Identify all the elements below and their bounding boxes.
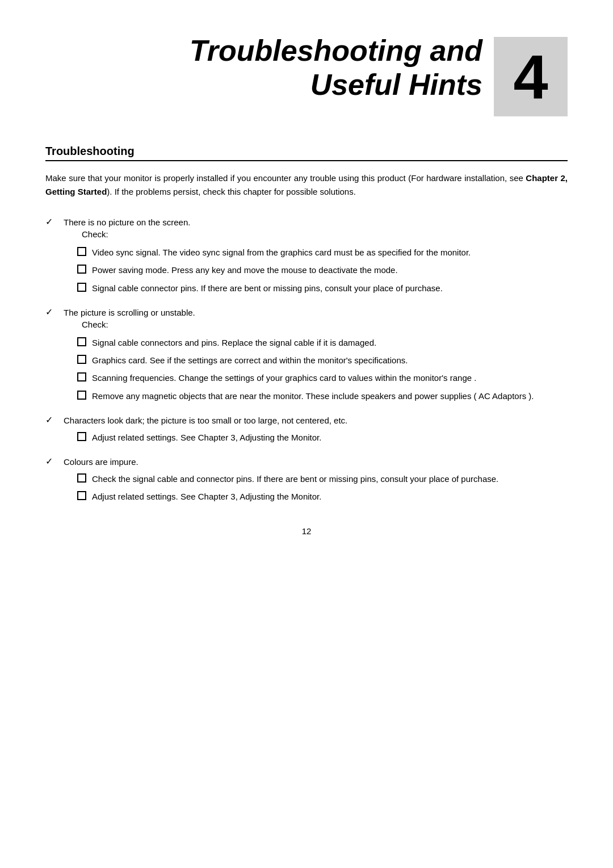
checkmark-icon-3: ✓ (45, 414, 58, 425)
checkbox-icon-1-2 (77, 265, 86, 274)
checklist-item-4: ✓ Colours are impure. Check the signal c… (45, 455, 568, 504)
checkmark-icon-1: ✓ (45, 216, 58, 227)
checkbox-icon-3-1 (77, 432, 86, 441)
sub-item-1-2: Power saving mode. Press any key and mov… (77, 263, 568, 276)
chapter-title: Troubleshooting and Useful Hints (45, 34, 482, 102)
check-header-1: Check: (82, 229, 190, 239)
checkbox-icon-2-2 (77, 355, 86, 364)
sub-items-1: Video sync signal. The video sync signal… (77, 246, 568, 295)
checkbox-icon-1-1 (77, 247, 86, 256)
sub-item-text-4-2: Adjust related settings. See Chapter 3, … (92, 490, 321, 503)
sub-item-2-2: Graphics card. See if the settings are c… (77, 354, 568, 367)
checkbox-icon-2-4 (77, 391, 86, 400)
sub-item-2-3: Scanning frequencies. Change the setting… (77, 371, 568, 384)
checkmark-icon-4: ✓ (45, 456, 58, 467)
checkbox-icon-2-1 (77, 337, 86, 346)
checklist-item-1: ✓ There is no picture on the screen. Che… (45, 216, 568, 295)
sub-item-text-2-2: Graphics card. See if the settings are c… (92, 354, 408, 367)
checkbox-icon-4-2 (77, 491, 86, 500)
chapter-number: 4 (513, 45, 548, 108)
sub-item-text-1-1: Video sync signal. The video sync signal… (92, 246, 471, 259)
check-label-2: The picture is scrolling or unstable. (64, 308, 195, 317)
sub-item-4-2: Adjust related settings. See Chapter 3, … (77, 490, 568, 503)
sub-items-3: Adjust related settings. See Chapter 3, … (77, 431, 568, 444)
intro-text-start: Make sure that your monitor is properly … (45, 173, 526, 183)
check-item-2: ✓ The picture is scrolling or unstable. … (45, 306, 568, 333)
checklist-item-2: ✓ The picture is scrolling or unstable. … (45, 306, 568, 402)
page-number: 12 (45, 526, 568, 536)
sub-item-2-1: Signal cable connectors and pins. Replac… (77, 336, 568, 349)
checkmark-icon-2: ✓ (45, 307, 58, 317)
title-line1: Troubleshooting and (190, 34, 482, 67)
sub-items-4: Check the signal cable and connector pin… (77, 472, 568, 504)
sub-item-text-2-4: Remove any magnetic objects that are nea… (92, 389, 534, 402)
sub-item-text-2-3: Scanning frequencies. Change the setting… (92, 371, 476, 384)
sub-items-2: Signal cable connectors and pins. Replac… (77, 336, 568, 402)
section-heading: Troubleshooting (45, 145, 568, 161)
sub-item-2-4: Remove any magnetic objects that are nea… (77, 389, 568, 402)
intro-text-end: ). If the problems persist, check this c… (107, 187, 356, 196)
sub-item-3-1: Adjust related settings. See Chapter 3, … (77, 431, 568, 444)
check-label-3: Characters look dark; the picture is too… (64, 414, 347, 427)
checklist-item-3: ✓ Characters look dark; the picture is t… (45, 414, 568, 444)
intro-paragraph: Make sure that your monitor is properly … (45, 171, 568, 199)
checkbox-icon-2-3 (77, 372, 86, 381)
check-item-4: ✓ Colours are impure. (45, 455, 568, 469)
sub-item-text-2-1: Signal cable connectors and pins. Replac… (92, 336, 376, 349)
sub-item-text-4-1: Check the signal cable and connector pin… (92, 472, 498, 485)
check-header-2: Check: (82, 320, 195, 329)
checkbox-icon-1-3 (77, 283, 86, 292)
checkbox-icon-4-1 (77, 473, 86, 483)
sub-item-1-3: Signal cable connector pins. If there ar… (77, 282, 568, 295)
check-item-3: ✓ Characters look dark; the picture is t… (45, 414, 568, 427)
check-label-4: Colours are impure. (64, 455, 138, 469)
sub-item-1-1: Video sync signal. The video sync signal… (77, 246, 568, 259)
chapter-number-box: 4 (494, 37, 568, 116)
page-header: Troubleshooting and Useful Hints 4 (45, 34, 568, 116)
title-line2: Useful Hints (310, 68, 482, 101)
sub-item-text-1-2: Power saving mode. Press any key and mov… (92, 263, 398, 276)
sub-item-4-1: Check the signal cable and connector pin… (77, 472, 568, 485)
check-item-1: ✓ There is no picture on the screen. Che… (45, 216, 568, 242)
sub-item-text-3-1: Adjust related settings. See Chapter 3, … (92, 431, 321, 444)
sub-item-text-1-3: Signal cable connector pins. If there ar… (92, 282, 443, 295)
check-label-1: There is no picture on the screen. (64, 217, 190, 227)
